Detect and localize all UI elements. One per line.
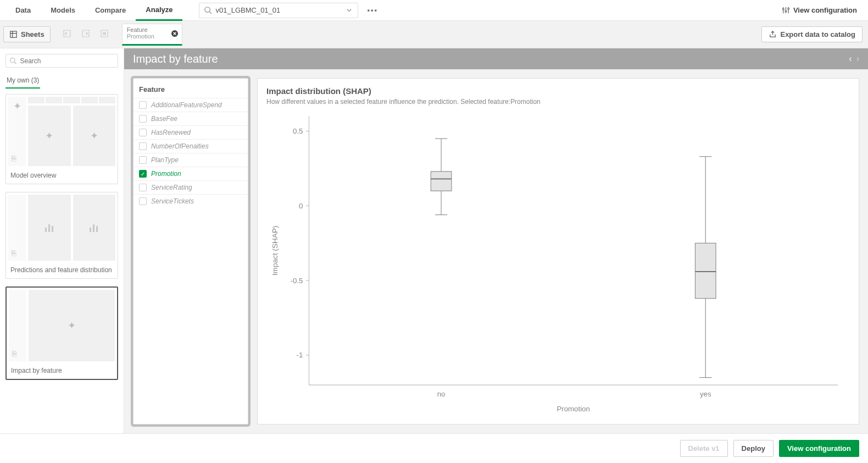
svg-line-1 [210,12,212,14]
svg-rect-11 [64,30,70,37]
feature-item[interactable]: PlanType [133,153,248,167]
top-nav: Data Models Compare Analyze v01_LGBMC_01… [0,0,868,21]
feature-item[interactable]: AdditionalFeatureSpend [133,98,248,112]
page-header: Impact by feature ‹ › [124,48,868,69]
tab-compare[interactable]: Compare [85,0,136,21]
my-own-tab[interactable]: My own (3) [5,73,40,89]
page-title: Impact by feature [133,53,218,65]
svg-rect-13 [101,30,108,37]
svg-rect-23 [90,228,91,232]
more-menu[interactable]: ••• [367,6,378,14]
feature-item[interactable]: NumberOfPenalties [133,139,248,153]
checkbox-icon [139,101,147,109]
export-data-button[interactable]: Export data to catalog [761,26,863,42]
feature-item[interactable]: BaseFee [133,112,248,125]
sidebar-search[interactable] [5,54,118,68]
svg-text:yes: yes [700,389,711,398]
chevron-down-icon [345,6,353,14]
selection-tools [63,29,109,40]
svg-point-14 [103,32,105,35]
prev-sheet-icon[interactable]: ‹ [849,54,852,64]
svg-text:Promotion: Promotion [557,405,589,413]
sheet-icon: ⎘ [12,349,16,358]
toolbar: Sheets Feature Promotion Export data to … [0,21,868,48]
sheet-icon: ⎘ [12,249,16,257]
feature-label: Promotion [151,170,181,178]
selection-forward-icon[interactable] [81,29,90,40]
feature-label: HasRenewed [151,129,191,136]
svg-text:no: no [437,389,446,398]
feature-label: NumberOfPenalties [151,142,209,150]
svg-rect-24 [93,224,94,232]
sheet-card-model-overview[interactable]: ✦ ⎘ ✦ ✦ Model overview [5,94,118,184]
feature-tab-label: Feature [127,26,166,33]
feature-tab-value: Promotion [127,33,166,40]
checkbox-icon [139,156,147,164]
deploy-button[interactable]: Deploy [733,440,774,457]
chart-title: Impact distribution (SHAP) [266,86,850,96]
boxplot-chart[interactable]: -1-0.500.5Impact (SHAP)noyesPromotion [266,110,850,416]
tab-analyze[interactable]: Analyze [136,0,182,21]
selection-feature-tab[interactable]: Feature Promotion [122,24,182,46]
sheet-title: Model overview [8,168,115,181]
model-name: v01_LGBMC_01_01 [215,6,345,14]
checkbox-icon [139,197,147,205]
svg-line-19 [14,62,16,64]
content: Impact by feature ‹ › Feature Additional… [124,48,868,433]
tab-models[interactable]: Models [41,0,85,21]
feature-label: PlanType [151,156,179,164]
feature-item[interactable]: ✓Promotion [133,167,248,180]
checkbox-icon [139,142,147,150]
sheet-card-predictions[interactable]: ⎘ Predictions and feature distribution [5,192,118,279]
next-sheet-icon[interactable]: › [856,54,859,64]
feature-label: AdditionalFeatureSpend [151,101,222,109]
search-icon [204,6,212,14]
model-selector[interactable]: v01_LGBMC_01_01 [199,3,358,18]
svg-rect-40 [431,172,452,191]
sheets-label: Sheets [21,30,44,38]
svg-rect-8 [10,31,16,37]
sheets-button[interactable]: Sheets [3,26,51,42]
feature-item[interactable]: ServiceTickets [133,194,248,208]
export-label: Export data to catalog [780,30,855,38]
feature-panel-title: Feature [133,79,248,98]
sheet-title: Predictions and feature distribution [8,263,115,276]
feature-label: ServiceRating [151,184,192,191]
chart-panel: Impact distribution (SHAP) How different… [257,78,859,425]
svg-rect-21 [48,224,50,232]
svg-rect-25 [96,226,98,232]
svg-point-18 [10,58,15,62]
sheets-icon [9,30,18,38]
view-config-label: View configuration [793,6,857,14]
footer: Delete v1 Deploy View configuration [0,433,868,463]
svg-text:-0.5: -0.5 [291,276,303,284]
svg-rect-20 [45,228,47,232]
svg-point-3 [782,8,784,10]
sheet-icon: ⎘ [12,154,16,163]
clear-selection-icon[interactable] [100,29,109,40]
tab-data[interactable]: Data [5,0,41,21]
feature-item[interactable]: HasRenewed [133,125,248,139]
sidebar: My own (3) ✦ ⎘ ✦ ✦ Model overview ⎘ [0,48,124,433]
sheet-card-impact[interactable]: ⎘ ✦ Impact by feature [5,286,118,380]
search-icon [9,57,16,65]
svg-rect-22 [52,226,53,232]
svg-text:Impact (SHAP): Impact (SHAP) [271,225,279,275]
sliders-icon [782,6,790,14]
svg-point-7 [788,8,789,9]
delete-button: Delete v1 [680,440,728,457]
export-icon [769,30,777,38]
view-configuration-link[interactable]: View configuration [776,6,863,14]
feature-label: BaseFee [151,115,177,123]
feature-panel: Feature AdditionalFeatureSpendBaseFeeHas… [133,78,248,425]
feature-label: ServiceTickets [151,197,194,205]
chart-subtitle: How different values in a selected featu… [266,98,850,106]
view-configuration-button[interactable]: View configuration [779,440,859,457]
checkbox-icon [139,184,147,191]
svg-point-0 [205,7,210,12]
search-input[interactable] [20,57,114,65]
selection-back-icon[interactable] [63,29,71,40]
feature-item[interactable]: ServiceRating [133,180,248,194]
svg-point-5 [785,10,787,12]
close-icon[interactable] [171,30,179,39]
